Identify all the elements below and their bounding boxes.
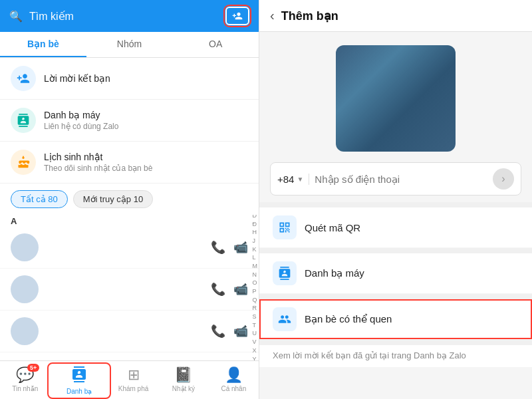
friend-row-3[interactable]: 📞 📹 bbox=[0, 311, 259, 352]
menu-item-text-birthday: Lịch sinh nhật Theo dõi sinh nhật của bạ… bbox=[44, 152, 152, 173]
birthday-icon bbox=[11, 150, 36, 175]
menu-item-title-contacts: Danh bạ máy bbox=[44, 110, 118, 120]
tab-groups[interactable]: Nhóm bbox=[86, 32, 173, 57]
divider-3 bbox=[259, 294, 532, 299]
section-a-label: A bbox=[0, 215, 27, 227]
phonebook-option-icon bbox=[273, 261, 297, 285]
country-code-value: +84 bbox=[277, 174, 294, 185]
friend-actions-1: 📞 📹 bbox=[211, 240, 248, 255]
search-label: Tìm kiếm bbox=[29, 10, 219, 23]
diary-icon: 📓 bbox=[174, 366, 192, 384]
left-panel: 🔍 Tìm kiếm Bạn bè Nhóm OA Lời mời kết bạ… bbox=[0, 0, 259, 399]
phone-input-row[interactable]: +84 ▼ › bbox=[270, 162, 521, 196]
divider-1 bbox=[259, 202, 532, 207]
bottom-nav: 💬 5+ Tin nhắn Danh bạ ⊞ Khám phá 📓 Nhật … bbox=[0, 360, 259, 399]
menu-item-friend-requests[interactable]: Lời mời kết bạn bbox=[0, 58, 259, 100]
divider-4 bbox=[259, 340, 532, 345]
friend-list-container: A 📞 📹 📞 📹 📞 📹 bbox=[0, 215, 259, 360]
friend-row-1[interactable]: 📞 📹 bbox=[0, 227, 259, 269]
video-icon-1[interactable]: 📹 bbox=[233, 240, 248, 255]
call-icon-2[interactable]: 📞 bbox=[211, 282, 225, 297]
friend-avatar-2 bbox=[11, 275, 39, 303]
nav-messages-label: Tin nhắn bbox=[12, 385, 38, 392]
call-icon-1[interactable]: 📞 bbox=[211, 240, 225, 255]
menu-item-text-contacts: Danh bạ máy Liên hệ có dùng Zalo bbox=[44, 110, 118, 131]
chevron-down-icon: ▼ bbox=[297, 176, 303, 183]
contacts-icon bbox=[11, 108, 36, 133]
alpha-index: A D Đ H J K L M N O P Q R S T U V X Y Z bbox=[253, 215, 258, 360]
friend-request-icon bbox=[11, 66, 36, 91]
messages-icon: 💬 5+ bbox=[16, 366, 34, 384]
qr-image-area bbox=[259, 32, 532, 162]
nav-messages[interactable]: 💬 5+ Tin nhắn bbox=[0, 365, 50, 396]
call-icon-3[interactable]: 📞 bbox=[211, 324, 225, 338]
messages-badge: 5+ bbox=[27, 364, 39, 372]
tab-oa[interactable]: OA bbox=[172, 32, 259, 57]
friend-avatar-3 bbox=[11, 317, 39, 345]
friend-list: 📞 📹 📞 📹 📞 📹 bbox=[0, 227, 259, 352]
menu-item-text-requests: Lời mời kết bạn bbox=[44, 73, 110, 84]
menu-items: Lời mời kết bạn Danh bạ máy Liên hệ có d… bbox=[0, 58, 259, 184]
phone-input[interactable] bbox=[315, 174, 487, 185]
explore-icon: ⊞ bbox=[128, 366, 140, 384]
divider-2 bbox=[259, 248, 532, 253]
option-qr[interactable]: Quét mã QR bbox=[259, 207, 532, 247]
nav-explore[interactable]: ⊞ Khám phá bbox=[108, 365, 158, 396]
menu-item-sub-birthday: Theo dõi sinh nhật của bạn bè bbox=[44, 164, 152, 173]
nav-contacts[interactable]: Danh bạ bbox=[50, 365, 108, 396]
personal-icon: 👤 bbox=[225, 366, 243, 384]
qr-image bbox=[336, 45, 456, 152]
qr-option-label: Quét mã QR bbox=[305, 222, 360, 233]
nav-personal[interactable]: 👤 Cá nhân bbox=[209, 365, 259, 396]
video-icon-3[interactable]: 📹 bbox=[233, 324, 248, 338]
right-panel: ‹ Thêm bạn +84 ▼ › Quét mã QR Danh bạ má… bbox=[259, 0, 532, 399]
menu-item-birthday[interactable]: Lịch sinh nhật Theo dõi sinh nhật của bạ… bbox=[0, 142, 259, 184]
send-button[interactable]: › bbox=[493, 168, 514, 190]
video-icon-2[interactable]: 📹 bbox=[233, 282, 248, 297]
right-title: Thêm bạn bbox=[281, 9, 338, 23]
menu-item-title-birthday: Lịch sinh nhật bbox=[44, 152, 152, 162]
suggested-friends-label: Bạn bè có thể quen bbox=[305, 313, 392, 325]
filter-row: Tất cả 80 Mới truy cập 10 bbox=[0, 184, 259, 215]
search-bar: 🔍 Tìm kiếm bbox=[0, 0, 259, 32]
option-suggested-friends[interactable]: Bạn bè có thể quen bbox=[259, 299, 532, 339]
filter-recent-button[interactable]: Mới truy cập 10 bbox=[73, 190, 153, 208]
friend-actions-3: 📞 📹 bbox=[211, 324, 248, 338]
menu-item-contacts[interactable]: Danh bạ máy Liên hệ có dùng Zalo bbox=[0, 100, 259, 142]
search-icon: 🔍 bbox=[9, 10, 23, 23]
nav-personal-label: Cá nhân bbox=[221, 385, 246, 392]
suggested-icon bbox=[273, 307, 297, 331]
phonebook-option-label: Danh bạ máy bbox=[305, 267, 364, 279]
nav-diary-label: Nhật ký bbox=[172, 385, 195, 392]
nav-diary[interactable]: 📓 Nhật ký bbox=[158, 365, 208, 396]
contacts-nav-icon bbox=[71, 366, 87, 386]
right-header: ‹ Thêm bạn bbox=[259, 0, 532, 32]
nav-contacts-label: Danh bạ bbox=[66, 388, 92, 395]
country-code-selector[interactable]: +84 ▼ bbox=[277, 174, 309, 185]
menu-item-sub-contacts: Liên hệ có dùng Zalo bbox=[44, 122, 118, 131]
qr-option-icon bbox=[273, 215, 297, 239]
menu-item-title-requests: Lời mời kết bạn bbox=[44, 73, 110, 84]
filter-all-button[interactable]: Tất cả 80 bbox=[11, 190, 68, 208]
bottom-info-text: Xem lời mời kết bạn đã gửi tại trang Dan… bbox=[259, 345, 532, 367]
add-friend-button[interactable] bbox=[225, 7, 249, 25]
nav-explore-label: Khám phá bbox=[118, 385, 149, 392]
tab-friends[interactable]: Bạn bè bbox=[0, 32, 86, 57]
friend-row-2[interactable]: 📞 📹 bbox=[0, 269, 259, 311]
friend-avatar-1 bbox=[11, 233, 39, 261]
back-button[interactable]: ‹ bbox=[270, 8, 275, 23]
friend-actions-2: 📞 📹 bbox=[211, 282, 248, 297]
tabs-row: Bạn bè Nhóm OA bbox=[0, 32, 259, 58]
option-phonebook[interactable]: Danh bạ máy bbox=[259, 253, 532, 293]
